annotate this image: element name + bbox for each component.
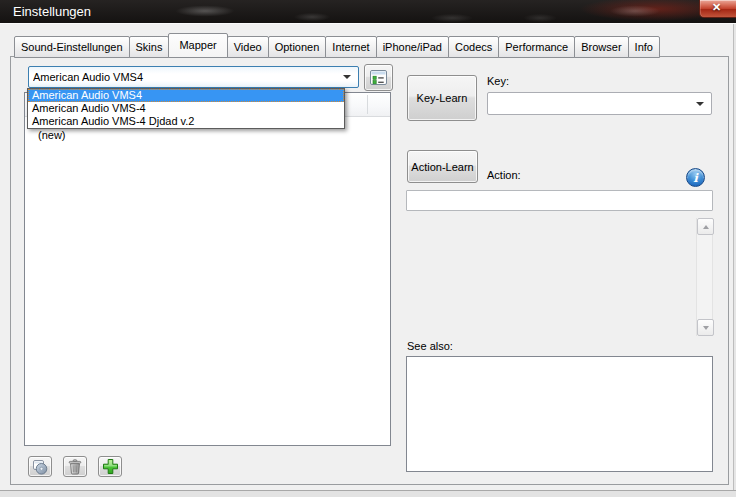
listview-header-separator	[367, 95, 368, 114]
dropdown-item-1[interactable]: American Audio VMS-4	[28, 102, 344, 115]
tab-performance[interactable]: Performance	[498, 36, 575, 58]
dropdown-item-0[interactable]: American Audio VMS4	[28, 89, 344, 102]
scroll-up-button[interactable]	[697, 218, 714, 235]
close-icon: ✕	[712, 1, 721, 14]
tab-iphone-ipad[interactable]: iPhone/iPad	[376, 36, 449, 58]
action-label: Action:	[487, 169, 521, 181]
tab-browser[interactable]: Browser	[574, 36, 628, 58]
action-learn-button[interactable]: Action-Learn	[407, 150, 478, 183]
settings-dialog: Einstellungen ✕ Sound-Einstellungen Skin…	[0, 0, 736, 497]
tab-mapper[interactable]: Mapper	[168, 33, 227, 58]
tab-info[interactable]: Info	[628, 36, 660, 58]
window-disc-icon	[32, 459, 48, 475]
window-frame-bottom	[0, 490, 736, 497]
mapping-list-button[interactable]	[364, 64, 393, 91]
plus-icon	[102, 458, 119, 475]
key-learn-button[interactable]: Key-Learn	[407, 75, 477, 121]
dropdown-arrow-icon	[696, 102, 704, 106]
window-title: Einstellungen	[13, 0, 91, 24]
list-item-new[interactable]: (new)	[38, 128, 66, 142]
trash-icon	[68, 459, 82, 475]
mapper-device-combobox[interactable]: American Audio VMS4	[28, 66, 359, 88]
tab-video[interactable]: Video	[227, 36, 269, 58]
key-learn-label: Key-Learn	[417, 92, 468, 104]
tab-codecs[interactable]: Codecs	[448, 36, 499, 58]
tab-internet[interactable]: Internet	[325, 36, 376, 58]
see-also-listbox[interactable]	[406, 356, 713, 472]
device-combobox-value: American Audio VMS4	[33, 67, 336, 87]
export-mapper-button[interactable]	[28, 456, 52, 477]
delete-mapper-button[interactable]	[63, 456, 87, 477]
key-combobox[interactable]	[487, 92, 712, 115]
list-window-icon	[370, 70, 387, 85]
title-bar[interactable]: Einstellungen	[0, 0, 736, 24]
tab-skins[interactable]: Skins	[129, 36, 170, 58]
device-dropdown-list: American Audio VMS4 American Audio VMS-4…	[27, 88, 345, 129]
key-combobox-value	[492, 93, 689, 114]
see-also-label: See also:	[407, 340, 453, 352]
close-button[interactable]: ✕	[699, 0, 736, 18]
add-mapper-button[interactable]	[98, 456, 122, 477]
scroll-up-icon	[703, 225, 709, 229]
action-learn-label: Action-Learn	[411, 161, 473, 173]
action-input[interactable]	[406, 190, 713, 211]
tab-strip: Sound-Einstellungen Skins Mapper Video O…	[14, 33, 660, 58]
description-scrollbar[interactable]	[696, 218, 713, 336]
info-icon-glyph: i	[693, 171, 698, 185]
scroll-down-button[interactable]	[697, 319, 714, 336]
info-icon[interactable]: i	[686, 168, 705, 187]
tab-optionen[interactable]: Optionen	[268, 36, 327, 58]
scroll-down-icon	[703, 326, 709, 330]
key-label: Key:	[487, 75, 509, 87]
tab-sound-einstellungen[interactable]: Sound-Einstellungen	[14, 36, 130, 58]
mappings-listview[interactable]: (new)	[24, 92, 391, 446]
dropdown-arrow-icon	[343, 75, 351, 79]
dropdown-item-2[interactable]: American Audio VMS-4 Djdad v.2	[28, 115, 344, 128]
